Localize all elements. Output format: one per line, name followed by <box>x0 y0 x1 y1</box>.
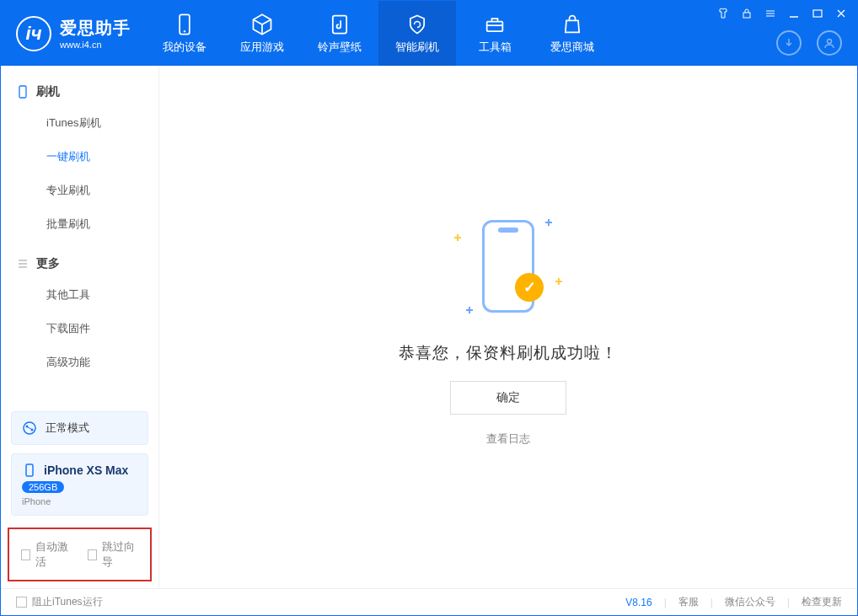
sparkle-icon <box>454 234 461 241</box>
minimize-button[interactable] <box>788 8 800 19</box>
app-name: 爱思助手 <box>60 17 131 40</box>
block-itunes-checkbox[interactable]: 阻止iTunes运行 <box>16 595 103 609</box>
cube-icon <box>250 13 274 36</box>
skip-guide-checkbox[interactable]: 跳过向导 <box>88 539 139 570</box>
svg-point-13 <box>828 40 832 44</box>
footer-wechat-link[interactable]: 微信公众号 <box>725 595 775 609</box>
music-icon <box>328 13 351 36</box>
window-controls <box>717 8 847 19</box>
list-icon <box>16 257 29 271</box>
sidebar-item-batch[interactable]: 批量刷机 <box>1 207 158 241</box>
app-header: iч 爱思助手 www.i4.cn 我的设备 应用游戏 铃声壁纸 智能刷机 工具… <box>1 1 857 66</box>
nav-tools[interactable]: 工具箱 <box>456 1 534 66</box>
logo: iч 爱思助手 www.i4.cn <box>1 1 146 66</box>
shield-refresh-icon <box>405 13 429 36</box>
menu-icon[interactable] <box>764 8 776 19</box>
ok-button[interactable]: 确定 <box>450 381 566 415</box>
close-button[interactable] <box>835 8 847 19</box>
logo-icon: iч <box>16 16 51 51</box>
main-content: ✓ 恭喜您，保资料刷机成功啦！ 确定 查看日志 <box>159 66 857 588</box>
svg-rect-3 <box>487 21 503 31</box>
sidebar-item-advanced[interactable]: 高级功能 <box>1 345 158 379</box>
sidebar-item-firmware[interactable]: 下载固件 <box>1 312 158 345</box>
nav-mall[interactable]: 爱思商城 <box>534 1 611 66</box>
device-phone-icon <box>22 463 37 478</box>
footer-update-link[interactable]: 检查更新 <box>802 595 842 609</box>
phone-icon <box>173 13 196 36</box>
sparkle-icon <box>466 307 473 313</box>
header-right-actions <box>776 30 842 56</box>
nav-flash[interactable]: 智能刷机 <box>378 1 456 66</box>
svg-rect-10 <box>813 10 822 17</box>
device-name: iPhone XS Max <box>44 463 128 477</box>
mode-icon <box>22 420 37 436</box>
status-bar: 阻止iTunes运行 V8.16 | 客服 | 微信公众号 | 检查更新 <box>1 588 857 615</box>
sparkle-icon <box>545 219 552 226</box>
version-label: V8.16 <box>625 597 652 608</box>
auto-activate-checkbox[interactable]: 自动激活 <box>21 539 72 570</box>
sparkle-icon <box>555 278 562 285</box>
app-url: www.i4.cn <box>60 40 131 50</box>
sidebar-item-onekey[interactable]: 一键刷机 <box>1 140 158 174</box>
top-nav: 我的设备 应用游戏 铃声壁纸 智能刷机 工具箱 爱思商城 <box>146 1 611 66</box>
sidebar-item-other-tools[interactable]: 其他工具 <box>1 278 158 312</box>
svg-rect-22 <box>26 464 33 476</box>
sidebar-group-flash: 刷机 <box>1 78 158 106</box>
maximize-button[interactable] <box>812 8 823 19</box>
mode-label: 正常模式 <box>46 420 89 436</box>
view-log-link[interactable]: 查看日志 <box>486 431 530 447</box>
checkbox-icon <box>21 549 30 560</box>
download-button[interactable] <box>776 30 802 56</box>
success-message: 恭喜您，保资料刷机成功啦！ <box>399 342 618 364</box>
sidebar: 刷机 iTunes刷机 一键刷机 专业刷机 批量刷机 更多 其他工具 下载固件 … <box>1 66 159 588</box>
lock-icon[interactable] <box>741 8 753 19</box>
success-illustration: ✓ <box>449 207 567 325</box>
tshirt-icon[interactable] <box>717 8 729 19</box>
options-highlight-box: 自动激活 跳过向导 <box>8 528 152 581</box>
account-button[interactable] <box>817 30 842 56</box>
nav-ringtone[interactable]: 铃声壁纸 <box>301 1 378 66</box>
sidebar-item-itunes[interactable]: iTunes刷机 <box>1 106 158 140</box>
sidebar-group-more: 更多 <box>1 249 158 278</box>
footer-service-link[interactable]: 客服 <box>678 595 699 609</box>
bag-icon <box>560 13 584 36</box>
svg-point-1 <box>184 30 185 32</box>
svg-rect-5 <box>743 13 750 18</box>
check-badge-icon: ✓ <box>515 273 544 302</box>
sidebar-item-pro[interactable]: 专业刷机 <box>1 174 158 207</box>
nav-apps[interactable]: 应用游戏 <box>223 1 301 66</box>
device-type: iPhone <box>22 496 51 506</box>
svg-line-21 <box>28 427 31 429</box>
mode-card[interactable]: 正常模式 <box>11 411 148 445</box>
checkbox-icon <box>16 597 27 608</box>
checkbox-icon <box>88 549 97 560</box>
svg-rect-2 <box>333 15 346 33</box>
toolbox-icon <box>483 13 507 36</box>
phone-small-icon <box>16 85 29 99</box>
device-capacity: 256GB <box>22 481 64 493</box>
svg-rect-14 <box>19 86 26 98</box>
nav-my-device[interactable]: 我的设备 <box>146 1 223 66</box>
device-card[interactable]: iPhone XS Max 256GB iPhone <box>11 453 148 516</box>
